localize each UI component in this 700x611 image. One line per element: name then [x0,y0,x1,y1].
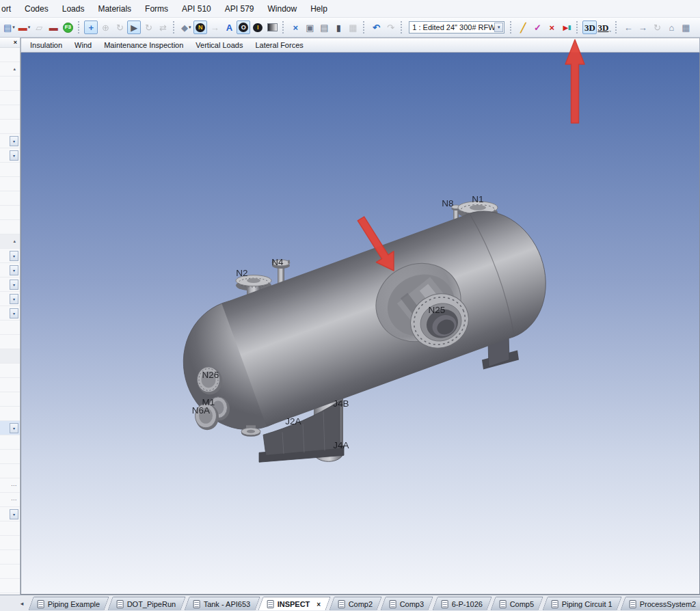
collapse-icon[interactable]: ▴ [13,239,16,244]
property-dropdown-icon[interactable]: ▾ [10,136,18,146]
panel-close-icon[interactable]: × [14,40,17,46]
f3-units-badge[interactable]: F3 [61,21,75,34]
popout-icon[interactable]: ▣ [303,21,317,34]
analysis-tab-insulation[interactable]: Insulation [24,41,68,49]
property-dropdown-icon[interactable]: ▾ [10,423,18,433]
document-tab-comp5[interactable]: Comp5 [491,597,544,610]
info-o-toggle[interactable]: O [237,21,250,34]
property-dropdown-icon[interactable]: ▾ [10,265,18,275]
component-combobox[interactable]: 1 : Edited 24" 300# RFWN▾ [409,21,504,33]
property-row: ▾ [0,292,20,306]
menu-item-materials[interactable]: Materials [91,0,138,17]
analysis-tab-wind[interactable]: Wind [68,41,98,49]
toolbar-separator [510,21,513,33]
toolbar-separator [173,21,176,33]
property-dropdown-icon[interactable]: ▾ [10,251,18,261]
property-dropdown-icon[interactable]: ▾ [10,280,18,290]
work-area: InsulationWindMaintenance InspectionVert… [21,38,700,595]
document-tab-inspect[interactable]: INSPECT× [258,597,331,610]
document-tab-label: Comp2 [349,600,373,608]
menu-item-api-510[interactable]: API 510 [175,0,218,17]
shading-icon[interactable] [265,21,279,34]
3d-viewport[interactable]: N2 N4 N8 N1 N25 N26 M1 N6A J4B J2A J4A [21,53,700,595]
info-i-toggle[interactable]: I [251,21,265,34]
document-tab-comp2[interactable]: Comp2 [329,597,382,610]
property-dropdown-icon[interactable]: ▾ [10,294,18,304]
form-view-icon[interactable]: ▤ [317,21,331,34]
property-dropdown-icon[interactable]: ▾ [10,308,18,318]
rotate-icon: ↻ [142,21,155,34]
menu-item-api-579[interactable]: API 579 [218,0,261,17]
menu-item-ort[interactable]: ort [0,0,18,17]
view-3d-button[interactable]: 3D [582,21,597,34]
export-report-icon[interactable]: ▤▾ [2,21,16,34]
property-row [0,579,20,593]
annotation-a-icon[interactable]: A [222,21,236,34]
view-direction-icon[interactable]: ▶ [127,21,141,34]
document-tab-tank-api653[interactable]: Tank - API653 [184,597,260,610]
property-row [0,105,20,120]
menu-item-codes[interactable]: Codes [18,0,55,17]
property-row: ▾ [0,263,20,277]
docked-property-panel: × ▴▾▾▴▾▾▾▾▾▾⋯⋯▾ [0,38,21,595]
property-row: ▾ [0,507,20,521]
close-all-icon[interactable]: × [288,21,302,34]
redo-icon: ↷ [383,21,397,34]
document-icon [629,600,636,608]
calculator-icon[interactable]: ▦ [679,21,692,34]
cube-view-icon[interactable]: ◆▾ [179,21,193,34]
toolbar-separator [401,21,403,33]
insert-component-icon[interactable]: ►▮ [559,21,573,34]
property-row [0,364,20,378]
back-icon[interactable]: ← [621,21,635,34]
document-tab-label: Piping Circuit 1 [562,600,612,608]
home-icon[interactable]: ⌂ [664,21,678,34]
analysis-tab-lateral-forces[interactable]: Lateral Forces [249,41,309,49]
menu-item-help[interactable]: Help [304,0,334,17]
application-window: ortCodesLoadsMaterialsFormsAPI 510API 57… [0,0,700,611]
document-tab-processsystem2[interactable]: ProcessSystem2 [620,597,700,610]
document-tab-comp3[interactable]: Comp3 [381,597,434,610]
document-tab-dot-piperun[interactable]: DOT_PipeRun [108,597,186,610]
edit-check-icon[interactable]: ✓ [530,21,544,34]
label-n26: N26 [202,370,219,380]
combobox-caret-icon[interactable]: ▾ [494,23,503,32]
tab-close-icon[interactable]: × [317,600,321,608]
label-j2a: J2A [285,416,301,426]
analysis-tab-vertical-loads[interactable]: Vertical Loads [189,41,249,49]
property-dropdown-icon[interactable]: ▾ [10,509,18,519]
print-report-icon[interactable]: ▬ [46,21,60,34]
property-row [0,206,20,220]
document-tab-6-p-1026[interactable]: 6-P-1026 [432,597,492,610]
toolbar-separator [615,21,618,33]
document-icon [267,600,274,608]
drawing-3d-button[interactable]: 3D→ [597,21,612,34]
menu-item-forms[interactable]: Forms [138,0,175,17]
edit-pencil-icon[interactable]: ╱ [516,21,530,34]
document-tab-piping-example[interactable]: Piping Example [28,597,109,610]
nozzle-label-toggle[interactable]: N [193,21,207,34]
undo-icon[interactable]: ↶ [369,21,383,34]
delete-x-icon[interactable]: × [545,21,558,34]
property-row [0,77,20,91]
pan-icon[interactable]: + [84,21,98,34]
bolt-icon[interactable]: ▮ [332,21,345,34]
document-icon [338,600,345,608]
property-row [0,220,20,234]
gradient-swatch [267,23,278,31]
document-icon [500,600,507,608]
property-rows: ▴▾▾▴▾▾▾▾▾▾⋯⋯▾ [0,48,20,595]
forward-icon[interactable]: → [636,21,649,34]
attach-icon: → [208,21,221,34]
export-pdf-icon[interactable]: ▬▾ [17,21,32,34]
analysis-tab-maintenance-inspection[interactable]: Maintenance Inspection [98,41,189,49]
tab-scroll-left-icon[interactable]: ◂ [16,597,27,610]
property-row [0,464,20,478]
menu-item-loads[interactable]: Loads [55,0,92,17]
property-dropdown-icon[interactable]: ▾ [10,150,18,161]
document-tab-piping-circuit-1[interactable]: Piping Circuit 1 [542,597,621,610]
menu-item-window[interactable]: Window [261,0,304,17]
ellipsis-button[interactable]: ⋯ [11,483,17,489]
collapse-icon[interactable]: ▴ [13,66,16,72]
ellipsis-button[interactable]: ⋯ [11,497,17,503]
